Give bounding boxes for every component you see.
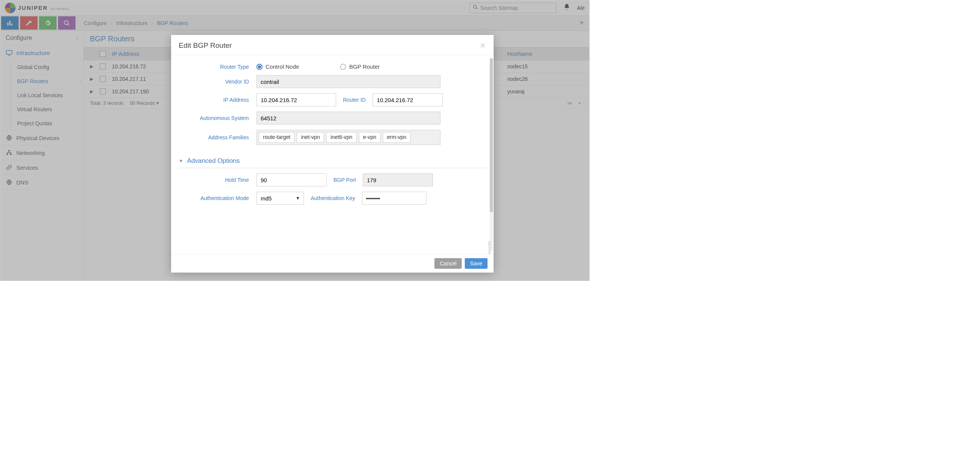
sidebar-label: Physical Devices	[16, 135, 59, 141]
notifications-icon[interactable]	[563, 3, 570, 12]
sitemap-icon	[6, 149, 13, 156]
ip-address-input[interactable]	[256, 93, 336, 106]
sidebar-label: Global Config	[17, 64, 49, 70]
svg-rect-10	[8, 150, 10, 151]
total-records: Total: 3 records	[90, 100, 124, 106]
breadcrumb-item[interactable]: Infrastructure	[116, 20, 147, 26]
row-checkbox[interactable]	[100, 88, 106, 94]
sidebar-item-physical-devices[interactable]: Physical Devices	[0, 131, 83, 145]
router-id-input[interactable]	[372, 93, 443, 106]
address-families-input[interactable]: route-target inet-vpn inet6-vpn e-vpn er…	[256, 130, 441, 145]
sidebar-sub-bgp-routers[interactable]: BGP Routers	[0, 75, 83, 88]
row-checkbox[interactable]	[100, 76, 106, 82]
sidebar-sub-global-config[interactable]: Global Config	[0, 61, 83, 75]
sidebar-sub-link-local[interactable]: Link Local Services	[0, 88, 83, 102]
advanced-options-toggle[interactable]: ▼ Advanced Options	[179, 150, 486, 168]
vendor-id-input[interactable]	[256, 75, 441, 88]
sidebar-title-text: Configure	[6, 35, 32, 41]
cancel-button[interactable]: Cancel	[434, 258, 462, 269]
svg-point-0	[474, 5, 477, 8]
sidebar-sub-project-quotas[interactable]: Project Quotas	[0, 116, 83, 131]
breadcrumb: Configure › Infrastructure › BGP Routers	[76, 16, 196, 30]
bgp-port-input[interactable]	[363, 174, 433, 186]
sidebar-label: Networking	[16, 150, 45, 156]
chevron-left-icon[interactable]: ‹	[76, 35, 78, 41]
label-address-families: Address Families	[179, 134, 256, 140]
sidebar-label: Link Local Services	[17, 92, 63, 98]
sidebar-item-networking[interactable]: Networking	[0, 145, 83, 160]
svg-point-5	[64, 21, 68, 25]
hold-time-input[interactable]	[256, 174, 327, 186]
row-host: yuvaraj	[507, 88, 583, 94]
toolbar-row: Configure › Infrastructure › BGP Routers…	[0, 16, 589, 31]
tag-e-vpn[interactable]: e-vpn	[359, 132, 380, 143]
search-tool-icon[interactable]	[58, 16, 75, 30]
sidebar-item-dns[interactable]: DNS	[0, 175, 83, 190]
search-icon	[473, 5, 478, 11]
label-auth-key: Authentication Key	[304, 195, 362, 201]
sidebar-label: Project Quotas	[17, 120, 52, 126]
sidebar-label: Infrastructure	[16, 50, 50, 56]
page-size-select[interactable]: 50 Records ▾	[130, 100, 159, 106]
sidebar-label: DNS	[16, 179, 29, 186]
select-all-checkbox[interactable]	[100, 51, 106, 57]
svg-line-6	[68, 24, 69, 25]
tag-inet6-vpn[interactable]: inet6-vpn	[326, 132, 356, 143]
label-vendor-id: Vendor ID	[179, 78, 256, 84]
column-hostname[interactable]: HostName	[507, 51, 583, 57]
row-ip: 10.204.216.72	[112, 64, 146, 70]
row-checkbox[interactable]	[100, 64, 106, 70]
asn-input[interactable]	[256, 112, 441, 124]
tag-erm-vpn[interactable]: erm-vpn	[383, 132, 410, 143]
expand-icon[interactable]: ▶	[90, 76, 94, 81]
svg-rect-3	[10, 21, 11, 25]
breadcrumb-item[interactable]: Configure	[84, 20, 107, 26]
svg-line-1	[476, 8, 477, 9]
auth-mode-select[interactable]	[256, 192, 304, 205]
tag-route-target[interactable]: route-target	[259, 132, 294, 143]
pagination-icons[interactable]: ⏮ ◀	[567, 100, 583, 106]
watermark: s042480	[488, 241, 491, 254]
add-button[interactable]: +	[574, 16, 589, 30]
sidebar-label: Virtual Routers	[17, 106, 52, 112]
expand-icon[interactable]: ▶	[90, 89, 94, 94]
label-hold-time: Hold Time	[179, 177, 256, 183]
radio-label: Control Node	[266, 64, 299, 70]
sidebar-item-services[interactable]: Services	[0, 160, 83, 175]
search-sitemap-input[interactable]: Search Sitemap	[469, 3, 557, 13]
gear-icon[interactable]	[39, 16, 57, 30]
sidebar-sub-virtual-routers[interactable]: Virtual Routers	[0, 102, 83, 116]
sidebar-label: BGP Routers	[17, 78, 48, 84]
scrollbar[interactable]	[490, 58, 493, 251]
expand-icon[interactable]: ▶	[90, 64, 94, 69]
svg-rect-2	[7, 22, 8, 25]
breadcrumb-item-active[interactable]: BGP Routers	[157, 20, 188, 26]
svg-rect-7	[6, 51, 12, 54]
brand-logo: JUNIPER NETWORKS	[5, 3, 69, 13]
globe-icon	[6, 179, 13, 186]
label-ip-address: IP Address	[179, 97, 256, 103]
scrollbar-thumb[interactable]	[490, 58, 493, 212]
edit-bgp-router-modal: Edit BGP Router ✕ Router Type Control No…	[171, 35, 493, 272]
topbar: JUNIPER NETWORKS Search Sitemap Ale	[0, 0, 589, 16]
wrench-icon[interactable]	[20, 16, 38, 30]
row-ip: 10.204.217.190	[112, 88, 149, 94]
svg-rect-12	[10, 154, 12, 155]
chevron-right-icon: ›	[111, 20, 113, 26]
auth-key-input[interactable]	[362, 192, 426, 205]
dashboard-icon[interactable]	[1, 16, 19, 30]
row-ip: 10.204.217.11	[112, 76, 146, 82]
tag-inet-vpn[interactable]: inet-vpn	[297, 132, 324, 143]
label-auth-mode: Authentication Mode	[179, 195, 256, 201]
close-icon[interactable]: ✕	[480, 41, 486, 50]
column-ip[interactable]: IP Address	[112, 51, 139, 57]
label-bgp-port: BGP Port	[327, 177, 363, 183]
globe-icon	[6, 134, 13, 141]
search-placeholder: Search Sitemap	[480, 5, 518, 11]
user-name[interactable]: Ale	[577, 5, 585, 11]
radio-control-node[interactable]: Control Node	[256, 64, 299, 70]
save-button[interactable]: Save	[465, 258, 488, 269]
sidebar-item-infrastructure[interactable]: Infrastructure	[0, 46, 83, 61]
sidebar-title: Configure ‹	[0, 31, 83, 46]
radio-bgp-router[interactable]: BGP Router	[340, 64, 380, 70]
